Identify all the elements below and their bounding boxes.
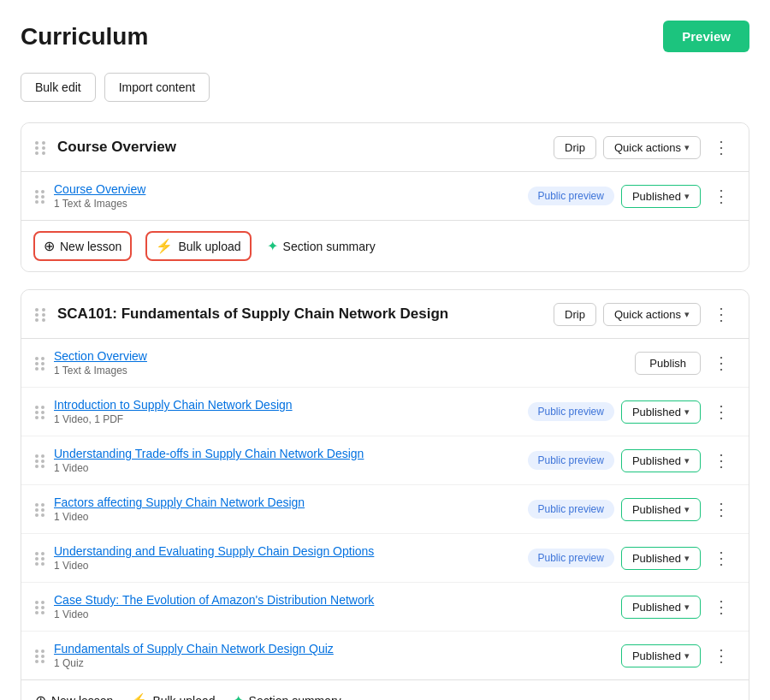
lesson-drag-handle[interactable]	[35, 650, 45, 661]
lesson-info: Case Study: The Evolution of Amazon's Di…	[54, 593, 613, 620]
sections-container: Course Overview Drip Quick actions ▾ ⋮ C…	[21, 122, 749, 700]
lesson-meta: 1 Video, 1 PDF	[54, 413, 519, 425]
bulk-upload-button[interactable]: ⚡ Bulk upload	[130, 692, 215, 700]
section-more-button-1[interactable]: ⋮	[708, 302, 735, 326]
lesson-title[interactable]: Understanding and Evaluating Supply Chai…	[54, 544, 519, 558]
lesson-more-button[interactable]: ⋮	[708, 497, 735, 521]
section-summary-button[interactable]: ✦ Section summary	[267, 238, 376, 254]
lesson-meta: 1 Video	[54, 462, 519, 474]
lesson-info: Fundamentals of Supply Chain Network Des…	[54, 642, 613, 669]
lesson-actions: Published ▾⋮	[621, 644, 735, 667]
lesson-title[interactable]: Course Overview	[54, 182, 519, 196]
new-lesson-button[interactable]: ⊕ New lesson	[35, 233, 130, 259]
lesson-row: Introduction to Supply Chain Network Des…	[21, 388, 749, 436]
section-footer-0: ⊕ New lesson ⚡ Bulk upload ✦ Section sum…	[21, 220, 749, 271]
lesson-title[interactable]: Case Study: The Evolution of Amazon's Di…	[54, 593, 613, 607]
chevron-down-icon: ▾	[684, 602, 690, 613]
lesson-title[interactable]: Understanding Trade-offs in Supply Chain…	[54, 447, 519, 460]
lesson-meta: 1 Video	[54, 511, 519, 523]
toolbar: Bulk edit Import content	[21, 73, 749, 102]
bolt-icon: ⚡	[156, 238, 173, 254]
drip-button-0[interactable]: Drip	[554, 136, 596, 159]
chevron-down-icon: ▾	[684, 553, 690, 564]
published-button[interactable]: Published ▾	[621, 644, 701, 667]
lesson-meta: 1 Text & Images	[54, 365, 626, 377]
lesson-more-button[interactable]: ⋮	[708, 595, 735, 619]
lesson-more-button[interactable]: ⋮	[708, 400, 735, 424]
lesson-meta: 1 Text & Images	[54, 198, 519, 210]
lesson-title[interactable]: Introduction to Supply Chain Network Des…	[54, 398, 519, 412]
lesson-actions: Public previewPublished ▾⋮	[528, 448, 735, 472]
lesson-title[interactable]: Section Overview	[54, 349, 626, 363]
lesson-meta: 1 Video	[54, 608, 613, 620]
quick-actions-button-1[interactable]: Quick actions ▾	[603, 303, 701, 326]
quick-actions-button-0[interactable]: Quick actions ▾	[603, 136, 701, 159]
section-more-button-0[interactable]: ⋮	[708, 135, 735, 159]
preview-button[interactable]: Preview	[663, 21, 749, 52]
section-summary-label: Section summary	[283, 240, 376, 253]
published-button[interactable]: Published ▾	[621, 185, 701, 208]
new-lesson-button[interactable]: ⊕ New lesson	[35, 692, 113, 700]
public-preview-badge: Public preview	[528, 402, 614, 421]
section-actions-0: Drip Quick actions ▾ ⋮	[554, 135, 735, 159]
bulk-edit-button[interactable]: Bulk edit	[21, 73, 96, 102]
chevron-down-icon: ▾	[684, 455, 690, 466]
lesson-more-button[interactable]: ⋮	[708, 351, 735, 375]
lesson-row: Fundamentals of Supply Chain Network Des…	[21, 632, 749, 679]
published-button[interactable]: Published ▾	[621, 596, 701, 619]
lesson-info: Section Overview 1 Text & Images	[54, 349, 626, 377]
section-drag-handle[interactable]	[35, 141, 47, 153]
lesson-title[interactable]: Fundamentals of Supply Chain Network Des…	[54, 642, 613, 656]
lesson-row: Case Study: The Evolution of Amazon's Di…	[21, 583, 749, 632]
lesson-title[interactable]: Factors affecting Supply Chain Network D…	[54, 495, 519, 509]
lesson-row: Course Overview 1 Text & Images Public p…	[21, 172, 749, 220]
published-button[interactable]: Published ▾	[621, 400, 701, 424]
lesson-more-button[interactable]: ⋮	[708, 546, 735, 570]
lesson-drag-handle[interactable]	[35, 454, 45, 466]
lesson-drag-handle[interactable]	[35, 601, 45, 613]
section-summary-button[interactable]: ✦ Section summary	[233, 692, 341, 700]
section-title-0: Course Overview	[57, 139, 543, 156]
lesson-drag-handle[interactable]	[35, 190, 45, 202]
publish-button[interactable]: Publish	[635, 352, 701, 375]
lesson-more-button[interactable]: ⋮	[708, 184, 735, 208]
section-header-1: SCA101: Fundamentals of Supply Chain Net…	[21, 290, 749, 338]
lesson-list-1: Section Overview 1 Text & Images Publish…	[21, 338, 749, 679]
published-button[interactable]: Published ▾	[621, 449, 701, 472]
section-header-0: Course Overview Drip Quick actions ▾ ⋮	[21, 123, 749, 171]
lesson-drag-handle[interactable]	[35, 503, 45, 515]
lesson-info: Understanding Trade-offs in Supply Chain…	[54, 447, 519, 474]
lesson-row: Understanding and Evaluating Supply Chai…	[21, 534, 749, 583]
lesson-meta: 1 Video	[54, 560, 519, 572]
lesson-actions: Public previewPublished ▾⋮	[528, 497, 735, 521]
lesson-meta: 1 Quiz	[54, 657, 613, 669]
page-title: Curriculum	[21, 23, 148, 50]
lesson-more-button[interactable]: ⋮	[708, 448, 735, 472]
lesson-drag-handle[interactable]	[35, 406, 45, 418]
lesson-more-button[interactable]: ⋮	[708, 644, 735, 667]
section-actions-1: Drip Quick actions ▾ ⋮	[554, 302, 735, 326]
section-drag-handle[interactable]	[35, 308, 47, 320]
lesson-drag-handle[interactable]	[35, 552, 45, 564]
bulk-upload-label: Bulk upload	[152, 694, 215, 701]
section-title-1: SCA101: Fundamentals of Supply Chain Net…	[57, 306, 543, 323]
drip-button-1[interactable]: Drip	[554, 303, 596, 326]
published-button[interactable]: Published ▾	[621, 547, 701, 570]
published-button[interactable]: Published ▾	[621, 498, 701, 521]
lesson-info: Understanding and Evaluating Supply Chai…	[54, 544, 519, 572]
new-lesson-label: New lesson	[60, 240, 121, 253]
chevron-down-icon: ▾	[684, 406, 690, 418]
chevron-down-icon: ▾	[684, 504, 690, 515]
bolt-icon: ⚡	[130, 692, 147, 700]
bulk-upload-button[interactable]: ⚡ Bulk upload	[147, 233, 249, 259]
lesson-info: Factors affecting Supply Chain Network D…	[54, 495, 519, 523]
public-preview-badge: Public preview	[528, 451, 614, 470]
sparkle-icon: ✦	[233, 692, 244, 700]
new-lesson-label: New lesson	[51, 694, 113, 701]
lesson-row: Understanding Trade-offs in Supply Chain…	[21, 436, 749, 485]
public-preview-badge: Public preview	[528, 549, 614, 567]
import-content-button[interactable]: Import content	[104, 73, 210, 102]
section-summary-label: Section summary	[249, 694, 341, 701]
public-preview-badge: Public preview	[528, 500, 614, 519]
lesson-drag-handle[interactable]	[35, 357, 45, 369]
